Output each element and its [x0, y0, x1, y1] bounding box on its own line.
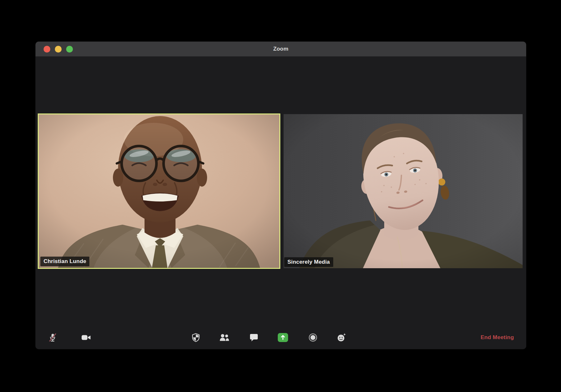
- title-bar: Zoom: [35, 42, 526, 56]
- participant-name-tag: Sincerely Media: [284, 257, 333, 267]
- video-camera-icon: [81, 332, 92, 343]
- window-title: Zoom: [273, 46, 288, 52]
- security-shield-icon: [191, 332, 201, 343]
- record-button[interactable]: [306, 330, 320, 345]
- chat-bubble-icon: [249, 332, 259, 343]
- zoom-app-window: Zoom: [35, 42, 526, 349]
- meeting-toolbar: End Meeting: [35, 326, 526, 349]
- participants-icon: [218, 332, 230, 343]
- participant-name: Sincerely Media: [287, 259, 330, 265]
- reactions-button[interactable]: [334, 330, 348, 345]
- end-meeting-button[interactable]: End Meeting: [479, 330, 515, 345]
- mute-button[interactable]: [45, 330, 60, 345]
- close-window-button[interactable]: [44, 46, 50, 53]
- video-tile-participant[interactable]: Sincerely Media: [284, 114, 523, 268]
- microphone-muted-icon: [47, 332, 58, 343]
- fullscreen-window-button[interactable]: [66, 46, 73, 53]
- security-button[interactable]: [189, 330, 203, 345]
- participant-video-feed: [284, 114, 523, 268]
- video-button[interactable]: [79, 330, 93, 345]
- traffic-lights: [44, 42, 73, 56]
- minimize-window-button[interactable]: [55, 46, 62, 53]
- participant-name: Christian Lunde: [44, 258, 86, 264]
- share-screen-icon: [277, 333, 288, 342]
- reactions-smiley-icon: [336, 332, 346, 343]
- record-circle-icon: [308, 332, 318, 343]
- video-tile-active-speaker[interactable]: Christian Lunde: [38, 113, 280, 269]
- share-screen-button[interactable]: [276, 330, 290, 345]
- participant-video-feed: [39, 114, 279, 268]
- chat-button[interactable]: [247, 330, 261, 345]
- participants-button[interactable]: [217, 330, 231, 345]
- participant-name-tag: Christian Lunde: [40, 257, 89, 266]
